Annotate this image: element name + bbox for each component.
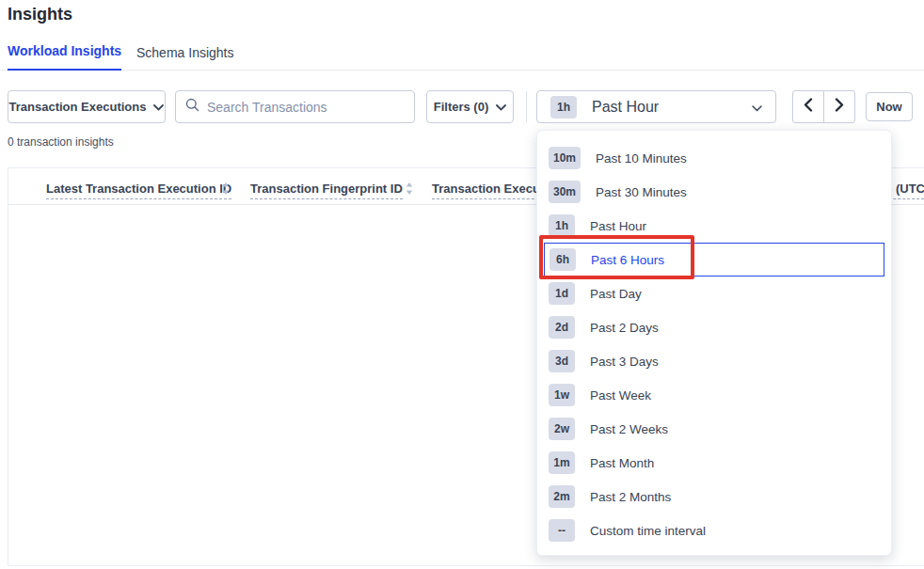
- time-option-badge: 2w: [549, 418, 575, 440]
- time-option-label: Past 10 Minutes: [596, 151, 687, 166]
- sort-icon[interactable]: [406, 182, 413, 194]
- page-title: Insights: [8, 5, 72, 24]
- time-option-label: Past 2 Weeks: [590, 422, 668, 436]
- time-option-label: Past Day: [590, 287, 642, 301]
- time-range-selector[interactable]: 1h Past Hour: [536, 90, 776, 123]
- transaction-type-label: Transaction Executions: [9, 100, 147, 114]
- time-option-label: Past 2 Months: [590, 490, 671, 504]
- filters-button[interactable]: Filters (0): [426, 90, 514, 123]
- time-option-label: Past Month: [590, 456, 654, 470]
- time-option-past-2-days[interactable]: 2dPast 2 Days: [544, 310, 884, 344]
- time-option-past-day[interactable]: 1dPast Day: [544, 277, 884, 310]
- time-option-badge: 1m: [549, 451, 575, 474]
- time-option-badge: 30m: [549, 181, 581, 203]
- now-button[interactable]: Now: [866, 92, 913, 121]
- time-pager: [792, 90, 855, 123]
- time-option-past-week[interactable]: 1wPast Week: [544, 378, 884, 412]
- time-option-badge: 3d: [549, 350, 575, 372]
- time-option-past-3-days[interactable]: 3dPast 3 Days: [544, 344, 884, 378]
- time-option-past-2-months[interactable]: 2mPast 2 Months: [544, 480, 884, 514]
- time-option-badge: 2d: [549, 316, 575, 339]
- transaction-type-dropdown[interactable]: Transaction Executions: [8, 90, 166, 123]
- time-option-badge: 10m: [549, 147, 581, 169]
- chevron-down-icon: [496, 100, 506, 114]
- time-range-label: Past Hour: [592, 99, 659, 116]
- time-option-past-30-minutes[interactable]: 30mPast 30 Minutes: [544, 175, 884, 209]
- toolbar-divider: [526, 91, 527, 122]
- sort-icon[interactable]: [222, 182, 230, 194]
- time-option-past-10-minutes[interactable]: 10mPast 10 Minutes: [544, 141, 884, 175]
- column-header-latest-transaction-execution-id[interactable]: Latest Transaction Execution ID: [46, 182, 231, 199]
- time-option-label: Past 30 Minutes: [596, 185, 687, 199]
- time-option-label: Past 6 Hours: [591, 253, 664, 267]
- chevron-down-icon: [153, 100, 164, 114]
- next-interval-button[interactable]: [823, 90, 855, 123]
- time-option-past-month[interactable]: 1mPast Month: [544, 446, 884, 480]
- time-option-label: Past 3 Days: [590, 355, 659, 369]
- search-icon: [185, 98, 199, 116]
- time-option-past-6-hours[interactable]: 6hPast 6 Hours: [544, 243, 884, 277]
- time-option-past-2-weeks[interactable]: 2wPast 2 Weeks: [544, 412, 884, 446]
- time-option-label: Past Week: [590, 388, 651, 403]
- column-header-transaction-fingerprint-id[interactable]: Transaction Fingerprint ID: [250, 182, 403, 199]
- chevron-left-icon: [804, 98, 813, 116]
- tab-workload-insights[interactable]: Workload Insights: [8, 43, 121, 71]
- insights-count-label: 0 transaction insights: [8, 135, 114, 149]
- time-option-badge: 1w: [549, 384, 575, 406]
- time-option-label: Past 2 Days: [590, 321, 659, 335]
- time-option-badge: 6h: [550, 248, 576, 271]
- time-option-badge: 1d: [549, 282, 575, 305]
- time-range-dropdown-menu: 10mPast 10 Minutes30mPast 30 Minutes1hPa…: [536, 130, 892, 556]
- time-option-past-hour[interactable]: 1hPast Hour: [544, 209, 884, 243]
- tab-bar: Workload Insights Schema Insights: [0, 41, 924, 71]
- time-range-badge: 1h: [550, 96, 577, 119]
- time-option-label: Custom time interval: [590, 524, 706, 538]
- search-input-wrapper: [175, 90, 415, 123]
- tab-schema-insights[interactable]: Schema Insights: [136, 45, 234, 71]
- chevron-right-icon: [835, 98, 844, 116]
- previous-interval-button[interactable]: [792, 90, 824, 123]
- time-option-badge: 2m: [549, 485, 575, 508]
- time-option-badge: --: [549, 519, 575, 542]
- search-input[interactable]: [207, 100, 405, 115]
- time-option-label: Past Hour: [590, 219, 646, 233]
- filters-label: Filters (0): [434, 100, 489, 114]
- chevron-down-icon: [752, 99, 762, 116]
- time-option-badge: 1h: [549, 214, 575, 237]
- time-option-custom-time-interval[interactable]: --Custom time interval: [544, 514, 884, 547]
